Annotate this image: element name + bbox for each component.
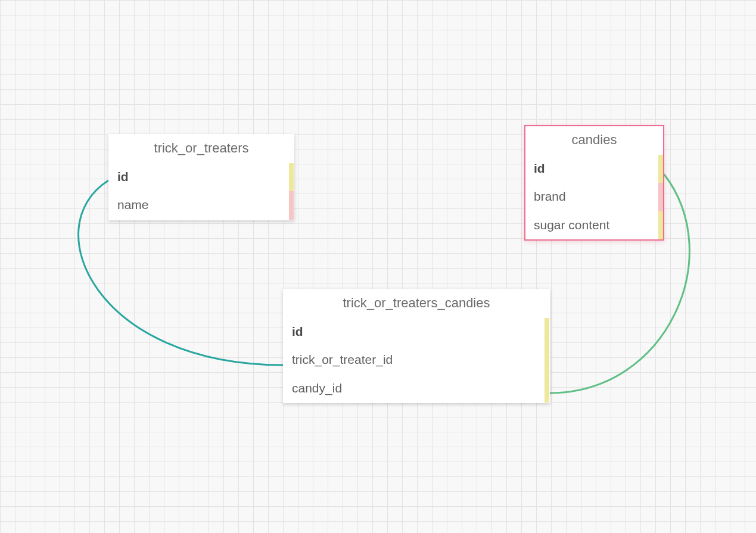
stripe-segment [289,191,294,219]
field-trick-or-treater-id[interactable]: trick_or_treater_id [284,346,542,374]
entity-trick-or-treaters[interactable]: trick_or_treaters id name [108,134,294,220]
diagram-canvas[interactable]: trick_or_treaters id name candies id bra… [0,0,756,533]
entity-body: id trick_or_treater_id candy_id [284,318,549,403]
field-id[interactable]: id [284,318,542,346]
entity-stripe [289,163,294,220]
stripe-segment [289,163,294,191]
grid-background [0,0,756,533]
stripe-segment [545,318,549,346]
field-candy-id[interactable]: candy_id [284,375,542,403]
entity-title: trick_or_treaters [109,135,294,163]
field-name[interactable]: name [109,191,287,219]
field-brand[interactable]: brand [525,183,656,211]
entity-title: trick_or_treaters_candies [284,289,549,318]
entity-candies[interactable]: candies id brand sugar content [524,125,664,241]
entity-body: id name [109,163,294,220]
entity-stripe [545,318,549,403]
field-sugar-content[interactable]: sugar content [525,211,656,239]
entity-body: id brand sugar content [525,155,663,239]
entity-stripe [658,155,663,239]
entity-trick-or-treaters-candies[interactable]: trick_or_treaters_candies id trick_or_tr… [283,289,550,403]
stripe-segment [545,346,549,374]
stripe-segment [658,211,663,239]
stripe-segment [658,155,663,183]
field-id[interactable]: id [109,163,287,191]
stripe-segment [658,183,663,211]
entity-title: candies [525,126,663,155]
field-id[interactable]: id [525,155,656,183]
stripe-segment [545,375,549,403]
